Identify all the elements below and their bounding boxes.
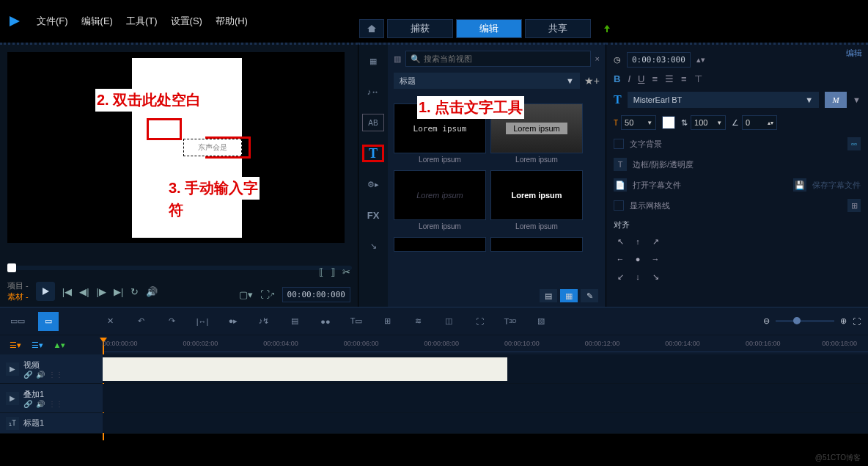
drag-icon[interactable]: ⋮⋮ — [48, 400, 63, 408]
text-tool-icon[interactable]: T — [362, 145, 384, 162]
home-button[interactable] — [359, 19, 384, 38]
preview-mode-label[interactable]: 项目 - 素材 - — [7, 280, 29, 302]
grid-settings-icon[interactable]: ⊞ — [847, 199, 861, 212]
zoom-slider[interactable] — [776, 320, 834, 322]
align-right-icon[interactable]: ≡ — [681, 73, 687, 84]
clear-search-icon[interactable]: × — [595, 54, 600, 63]
view-grid-icon[interactable]: ▦ — [560, 289, 578, 302]
tab-capture[interactable]: 捕获 — [387, 19, 453, 38]
drag-icon[interactable]: ⋮⋮ — [48, 371, 63, 379]
track-add-icon[interactable]: ☰▾ — [28, 338, 47, 352]
title-preset-6[interactable] — [490, 237, 583, 252]
library-icon[interactable]: ▥ — [394, 54, 401, 64]
redo-icon[interactable]: ↷ — [161, 312, 182, 331]
video-track-icon[interactable]: ▶ — [6, 363, 19, 376]
media-library-icon[interactable]: ▦ — [362, 52, 384, 70]
sound-mixer-icon[interactable]: ♪↔ — [362, 83, 384, 101]
mosaic-icon[interactable]: ◫ — [438, 312, 459, 331]
align-center-icon[interactable]: ☰ — [665, 73, 674, 84]
motion-tracking-icon[interactable]: ≋ — [408, 312, 428, 331]
timecode-display[interactable]: 00:00:00:000 — [282, 287, 350, 302]
font-select[interactable]: MisterEarl BT▼ — [628, 92, 819, 108]
prev-frame-icon[interactable]: ◀| — [79, 286, 89, 297]
align-ml[interactable]: ← — [614, 252, 627, 266]
bold-button[interactable]: B — [614, 73, 620, 84]
split-clip-icon[interactable]: ✂ — [342, 266, 350, 277]
ripple-icon[interactable]: |↔| — [192, 312, 213, 331]
favorite-add-icon[interactable]: ★+ — [584, 75, 600, 87]
pan-zoom-icon[interactable]: ⛶ — [469, 312, 490, 331]
audio-mix-icon[interactable]: ♪↯ — [254, 312, 274, 331]
device-icon[interactable]: ▢▾ — [239, 289, 253, 300]
track-marker-icon[interactable]: ▲▾ — [50, 338, 69, 352]
props-tab-label[interactable]: 编辑 — [846, 48, 862, 59]
fullscreen-icon[interactable]: ⛶↗ — [260, 289, 275, 300]
subtitle-icon[interactable]: AB — [362, 114, 384, 131]
upload-icon[interactable] — [600, 21, 614, 36]
show-grid-checkbox[interactable] — [614, 200, 624, 211]
align-mr[interactable]: → — [649, 252, 662, 266]
auto-music-icon[interactable]: ▤ — [284, 312, 305, 331]
title-preset-4[interactable]: Lorem ipsum Lorem ipsum — [490, 170, 583, 233]
align-mc[interactable]: ● — [631, 252, 644, 266]
grid-editor-icon[interactable]: ⊞ — [377, 312, 397, 331]
3d-title-icon[interactable]: T3D — [500, 312, 521, 331]
menu-file[interactable]: 文件(F) — [37, 15, 68, 28]
align-bl[interactable]: ↙ — [614, 270, 627, 283]
record-icon[interactable]: ●▸ — [223, 312, 243, 331]
align-tc[interactable]: ↑ — [631, 235, 644, 248]
overlay-track-icon[interactable]: ▶ — [6, 392, 19, 405]
subtitle-editor-icon[interactable]: T▭ — [346, 312, 367, 331]
menu-settings[interactable]: 设置(S) — [171, 15, 202, 28]
view-list-icon[interactable]: ▤ — [540, 289, 557, 302]
font-dropdown-icon[interactable]: ▼ — [853, 95, 861, 104]
italic-button[interactable]: I — [628, 73, 630, 84]
preview-scrubber[interactable] — [7, 266, 352, 270]
menu-tools[interactable]: 工具(T) — [126, 15, 158, 28]
next-frame-icon[interactable]: |▶ — [97, 286, 106, 297]
underline-button[interactable]: U — [638, 73, 644, 84]
view-edit-icon[interactable]: ✎ — [581, 289, 598, 302]
link-icon[interactable]: 🔗 — [23, 400, 32, 408]
font-size-input[interactable]: 50▼ — [621, 115, 656, 130]
menu-help[interactable]: 帮助(H) — [216, 15, 248, 28]
align-left-icon[interactable]: ≡ — [652, 73, 658, 84]
category-dropdown[interactable]: 标题▼ — [394, 73, 580, 89]
text-color-swatch[interactable] — [662, 116, 675, 129]
mark-out-icon[interactable]: ⟧ — [331, 266, 335, 277]
text-bg-checkbox[interactable] — [614, 139, 624, 149]
vertical-text-icon[interactable]: ⊤ — [694, 73, 702, 84]
loop-icon[interactable]: ↻ — [130, 286, 139, 297]
scrubber-handle[interactable] — [7, 263, 16, 272]
goto-end-icon[interactable]: ▶| — [114, 286, 123, 297]
search-box[interactable]: 🔍 — [405, 51, 591, 67]
align-bc[interactable]: ↓ — [631, 270, 644, 283]
transition-icon[interactable]: ⚙▸ — [362, 175, 384, 193]
open-subtitle-label[interactable]: 打开字幕文件 — [633, 180, 681, 191]
video-clip[interactable] — [103, 357, 507, 381]
multi-trim-icon[interactable]: ●● — [315, 312, 336, 331]
zoom-in-icon[interactable]: ⊕ — [840, 316, 847, 326]
line-height-input[interactable]: 100▼ — [691, 115, 726, 130]
tab-edit[interactable]: 编辑 — [456, 19, 522, 38]
menu-edit[interactable]: 编辑(E) — [81, 15, 113, 28]
timeline-ruler[interactable]: 00:00:00:00 00:00:02:00 00:00:04:00 00:0… — [103, 338, 868, 352]
title-preset-5[interactable] — [394, 237, 486, 252]
angle-input[interactable]: 0▴▾ — [742, 115, 777, 130]
mute-icon[interactable]: 🔊 — [36, 371, 45, 379]
zoom-out-icon[interactable]: ⊖ — [763, 316, 770, 326]
fx-icon[interactable]: FX — [362, 206, 384, 224]
search-input[interactable] — [424, 54, 586, 63]
play-button[interactable] — [36, 282, 55, 301]
text-bg-settings-icon[interactable]: ▫▫ — [847, 137, 861, 150]
link-icon[interactable]: 🔗 — [23, 371, 32, 379]
duration-display[interactable]: 0:00:03:000 — [627, 52, 691, 68]
tab-share[interactable]: 共享 — [525, 19, 591, 38]
text-input-cursor[interactable]: 东声会是 — [183, 139, 242, 156]
border-shadow-label[interactable]: 边框/阴影/透明度 — [633, 159, 694, 170]
lens-correction-icon[interactable]: ▧ — [531, 312, 551, 331]
video-track-body[interactable] — [103, 354, 868, 383]
volume-icon[interactable]: 🔊 — [146, 286, 158, 297]
title-preset-3[interactable]: Lorem ipsum Lorem ipsum — [394, 170, 486, 233]
tools-icon[interactable]: ✕ — [100, 312, 120, 331]
